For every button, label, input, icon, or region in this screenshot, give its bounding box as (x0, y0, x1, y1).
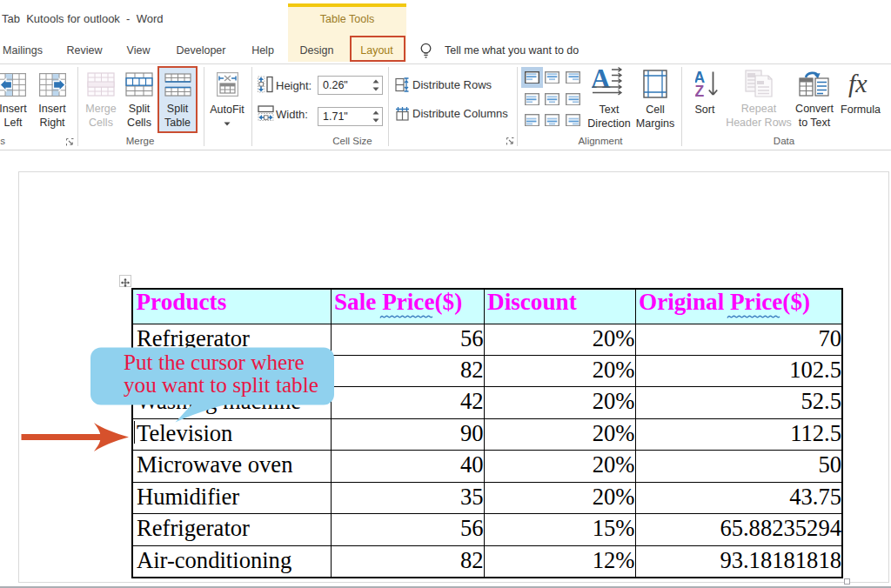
svg-text:Z: Z (695, 83, 705, 97)
svg-text:A: A (592, 66, 611, 94)
